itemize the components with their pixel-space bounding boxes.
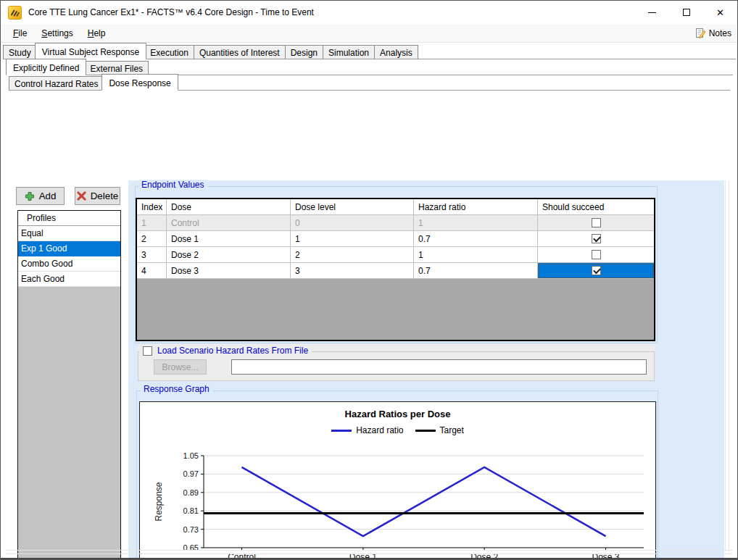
load-scenario-group: Load Scenario Hazard Rates From File Bro… [138, 344, 655, 381]
cell-should-succeed[interactable] [538, 263, 654, 279]
svg-text:0.65: 0.65 [183, 543, 199, 552]
maximize-icon [683, 9, 690, 16]
should-succeed-checkbox[interactable] [592, 218, 601, 227]
profile-item-exp-1-good[interactable]: Exp 1 Good [18, 241, 120, 256]
profile-item-equal[interactable]: Equal [18, 226, 120, 241]
cell-dose[interactable]: Control [167, 215, 291, 231]
tabstrip-hazard: Control Hazard RatesDose Response [9, 75, 730, 91]
file-path-input[interactable] [231, 359, 647, 375]
tab-design[interactable]: Design [285, 45, 323, 59]
minimize-icon [648, 12, 656, 13]
svg-text:Response: Response [154, 482, 164, 521]
cell-should-succeed[interactable] [538, 247, 654, 263]
menu-settings[interactable]: Settings [34, 25, 80, 42]
notes-button[interactable]: Notes [695, 24, 731, 43]
table-row: 1Control01 [137, 215, 654, 231]
app-window: Core TTE Lung Cancer Ex1* - FACTS™ v6.4 … [0, 0, 738, 560]
svg-text:0.81: 0.81 [183, 506, 199, 515]
cell-index[interactable]: 3 [137, 247, 167, 263]
svg-text:0.73: 0.73 [183, 525, 199, 534]
app-logo-icon [8, 6, 22, 20]
cell-index[interactable]: 1 [137, 215, 167, 231]
svg-text:0.89: 0.89 [183, 488, 199, 497]
load-scenario-checkbox[interactable] [143, 346, 152, 356]
svg-text:1.05: 1.05 [183, 451, 199, 460]
menu-bar: FileSettingsHelp Notes [1, 24, 737, 43]
profile-item-combo-good[interactable]: Combo Good [18, 256, 120, 272]
add-button[interactable]: Add [16, 187, 65, 205]
cell-dose_level[interactable]: 0 [291, 215, 414, 231]
cell-hazard_ratio[interactable]: 0.7 [414, 231, 538, 247]
cell-should-succeed[interactable] [538, 215, 654, 231]
response-graph-group-label: Response Graph [141, 384, 212, 394]
legend-label-target: Target [440, 425, 464, 435]
delete-x-icon [77, 191, 86, 201]
endpoint-table: IndexDoseDose levelHazard ratioShould su… [136, 198, 655, 341]
column-header-dose-level[interactable]: Dose level [291, 199, 414, 215]
profile-item-each-good[interactable]: Each Good [18, 272, 120, 287]
column-header-hazard-ratio[interactable]: Hazard ratio [414, 199, 538, 215]
profiles-filler [18, 287, 120, 559]
tab-study[interactable]: Study [3, 45, 37, 59]
should-succeed-checkbox[interactable] [592, 250, 601, 259]
window-title: Core TTE Lung Cancer Ex1* - FACTS™ v6.4 … [28, 7, 314, 17]
tab-explicitly-defined[interactable]: Explicitly Defined [6, 59, 86, 75]
column-header-index[interactable]: Index [137, 199, 167, 215]
cell-dose[interactable]: Dose 3 [167, 263, 291, 279]
column-header-dose[interactable]: Dose [167, 199, 291, 215]
should-succeed-checkbox[interactable] [592, 234, 601, 243]
scenario-panel: Endpoint Values IndexDoseDose levelHazar… [128, 180, 724, 560]
legend-item-target: Target [415, 425, 464, 435]
delete-button[interactable]: Delete [75, 187, 120, 205]
cell-dose_level[interactable]: 1 [291, 231, 414, 247]
column-header-should-succeed[interactable]: Should succeed [538, 199, 654, 215]
tab-quantities-of-interest[interactable]: Quantities of Interest [194, 45, 286, 59]
tab-dose-response[interactable]: Dose Response [101, 74, 178, 91]
tab-execution[interactable]: Execution [144, 45, 194, 59]
cell-dose_level[interactable]: 2 [291, 247, 414, 263]
chart-legend: Hazard ratioTarget [140, 425, 655, 435]
tabstrip-response: Explicitly DefinedExternal Files [6, 59, 733, 75]
add-label: Add [39, 191, 57, 201]
close-button[interactable]: ✕ [703, 1, 737, 24]
cell-hazard_ratio[interactable]: 1 [414, 247, 538, 263]
notes-icon [695, 28, 706, 39]
cell-should-succeed[interactable] [538, 231, 654, 247]
table-row: 4Dose 330.7 [137, 263, 654, 279]
dose-response-page: Add Delete Profiles EqualExp 1 GoodCombo… [1, 91, 737, 557]
browse-button[interactable]: Browse... [154, 359, 207, 375]
title-bar: Core TTE Lung Cancer Ex1* - FACTS™ v6.4 … [1, 1, 737, 24]
load-scenario-label: Load Scenario Hazard Rates From File [157, 346, 308, 356]
tab-control-hazard-rates[interactable]: Control Hazard Rates [9, 76, 104, 90]
profiles-header: Profiles [18, 211, 120, 226]
tab-external-files[interactable]: External Files [84, 61, 149, 75]
response-chart-panel: Hazard Ratios per Dose Hazard ratioTarge… [139, 401, 656, 560]
cell-index[interactable]: 2 [137, 231, 167, 247]
minimize-button[interactable] [635, 1, 669, 24]
tab-analysis[interactable]: Analysis [374, 45, 418, 59]
response-chart: 0.650.730.810.890.971.05ControlDose 1Dos… [140, 444, 657, 560]
notes-label: Notes [709, 28, 731, 38]
menu-items: FileSettingsHelp [6, 25, 112, 42]
maximize-button[interactable] [669, 1, 703, 24]
endpoint-table-filler [137, 279, 654, 340]
should-succeed-checkbox[interactable] [592, 266, 601, 275]
delete-label: Delete [91, 191, 119, 201]
endpoint-values-group-label: Endpoint Values [138, 180, 207, 190]
profiles-items: EqualExp 1 GoodCombo GoodEach Good [18, 226, 120, 287]
tab-simulation[interactable]: Simulation [323, 45, 375, 59]
legend-swatch-hazard-ratio [331, 430, 352, 432]
menu-help[interactable]: Help [80, 25, 113, 42]
table-row: 3Dose 221 [137, 247, 654, 263]
cell-hazard_ratio[interactable]: 1 [414, 215, 538, 231]
tab-virtual-subject-response[interactable]: Virtual Subject Response [35, 43, 147, 59]
cell-dose[interactable]: Dose 1 [167, 231, 291, 247]
cell-hazard_ratio[interactable]: 0.7 [414, 263, 538, 279]
tabstrip-main: StudyVirtual Subject ResponseExecutionQu… [3, 43, 736, 59]
cell-index[interactable]: 4 [137, 263, 167, 279]
cell-dose[interactable]: Dose 2 [167, 247, 291, 263]
add-plus-icon [25, 191, 35, 201]
menu-file[interactable]: File [6, 25, 34, 42]
cell-dose_level[interactable]: 3 [291, 263, 414, 279]
legend-label-hazard-ratio: Hazard ratio [356, 425, 403, 435]
